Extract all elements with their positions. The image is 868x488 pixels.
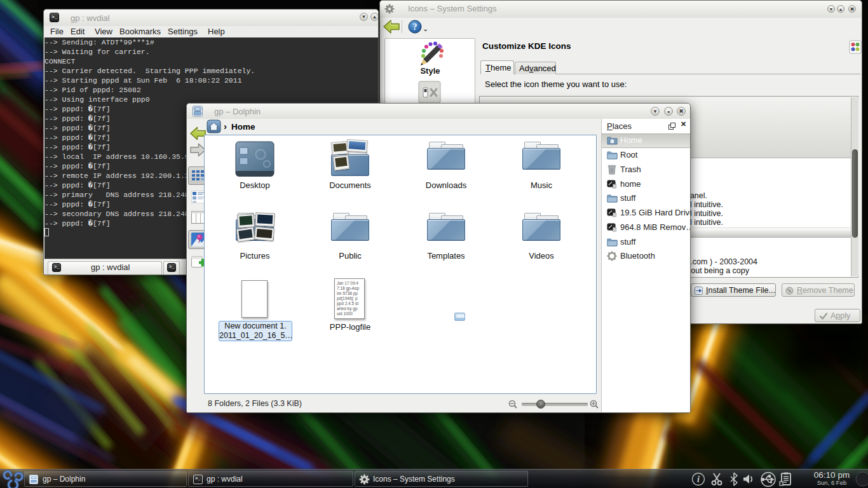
svg-text:i: i <box>697 475 700 484</box>
svg-text:?: ? <box>413 22 417 32</box>
